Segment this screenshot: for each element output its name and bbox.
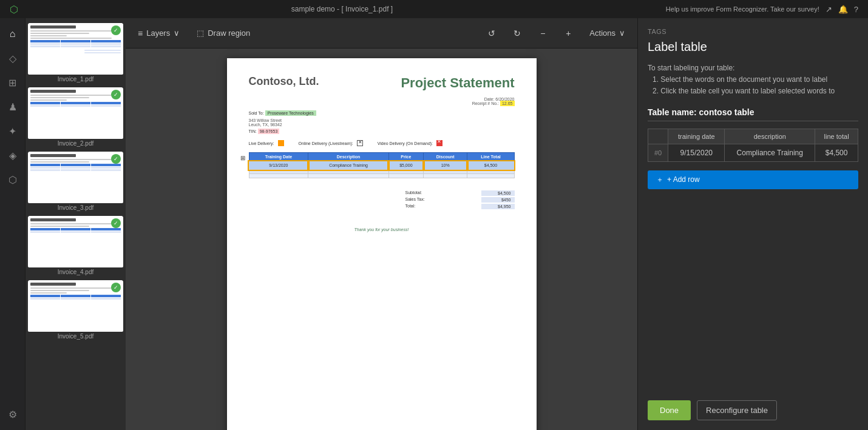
- table-name-label: Table name: contoso table: [648, 107, 858, 121]
- cell-price: $5,000: [388, 161, 423, 170]
- cell-description: Compliance Training: [308, 161, 388, 170]
- reconfigure-button[interactable]: Reconfigure table: [697, 400, 777, 420]
- add-row-button[interactable]: ＋ + Add row: [648, 170, 858, 189]
- label-table-title: Label table: [648, 40, 858, 54]
- grid-icon-btn[interactable]: ⊞: [2, 72, 24, 93]
- doc-canvas[interactable]: Contoso, Ltd. Project Statement Date: 6/…: [126, 49, 637, 430]
- rotate-right-button[interactable]: ↻: [508, 24, 526, 42]
- file-check-4: ✓: [111, 218, 121, 228]
- window-title: sample demo - [ Invoice_1.pdf ]: [18, 5, 666, 13]
- layers-label: Layers: [146, 29, 170, 38]
- file-check-5: ✓: [111, 283, 121, 292]
- file-thumb-2[interactable]: ✓ Invoice_2.pdf: [28, 87, 123, 148]
- file-check-1: ✓: [111, 25, 121, 35]
- sold-to-section: Sold To: Proseware Technologies 343 Will…: [249, 110, 515, 134]
- layers-icon: ≡: [138, 29, 143, 38]
- file-thumb-5[interactable]: ✓ Invoice_5.pdf: [28, 280, 123, 341]
- table-grid-icon: ⊞: [240, 155, 245, 161]
- external-link-icon[interactable]: ↗: [826, 5, 832, 14]
- table-row: [249, 170, 514, 174]
- cell-date: 9/13/2020: [249, 161, 308, 170]
- invoice-table: Training Date Description Price Discount…: [249, 152, 515, 178]
- zoom-in-button[interactable]: +: [559, 24, 577, 42]
- file-check-2: ✓: [111, 90, 121, 99]
- icon-sidebar: ⌂ ◇ ⊞ ♟ ✦ ◈ ⬡ ⚙: [0, 18, 25, 430]
- col-description-header: description: [725, 129, 815, 144]
- add-icon: ＋: [656, 175, 663, 185]
- rotate-left-button[interactable]: ↺: [483, 24, 501, 42]
- right-panel: Tags Label table To start labeling your …: [637, 18, 868, 430]
- file-panel: ✓ Invoice_1.pdf ✓ Invoice_2.pdf: [25, 18, 126, 430]
- home-icon-btn[interactable]: ⌂: [2, 23, 24, 45]
- doc-toolbar: ≡ Layers ∨ ⬚ Draw region ↺ ↻ − + Actions…: [126, 18, 637, 49]
- table-row: 9/13/2020 Compliance Training $5,000 10%…: [249, 161, 514, 170]
- online-delivery: Online Delivery (Livestream): ✕: [299, 140, 363, 146]
- person-icon-btn[interactable]: ♟: [2, 96, 24, 118]
- file-check-3: ✓: [111, 154, 121, 164]
- file-label-5: Invoice_5.pdf: [28, 332, 123, 341]
- delivery-row: Live Delivery: Online Delivery (Livestre…: [249, 140, 515, 146]
- col-price: Price: [388, 153, 423, 161]
- invoice-footer: Thank you for your business!: [249, 227, 515, 232]
- top-bar-right: Help us improve Form Recognizer. Take ou…: [666, 5, 858, 14]
- file-label-1: Invoice_1.pdf: [28, 75, 123, 84]
- company-name: Contoso, Ltd.: [249, 75, 319, 88]
- file-thumb-1[interactable]: ✓ Invoice_1.pdf: [28, 23, 123, 84]
- instructions: To start labeling your table: 1. Select …: [648, 62, 858, 98]
- lightbulb-icon-btn[interactable]: ✦: [2, 120, 24, 142]
- file-label-2: Invoice_2.pdf: [28, 139, 123, 148]
- label-table-row: #0 9/15/2020 Compliance Training $4,500: [648, 144, 858, 161]
- file-label-3: Invoice_3.pdf: [28, 203, 123, 212]
- file-thumb-4[interactable]: ✓ Invoice_4.pdf: [28, 216, 123, 277]
- draw-icon: ⬚: [197, 29, 204, 38]
- cell-discount: 10%: [424, 161, 467, 170]
- col-description: Description: [308, 153, 388, 161]
- invoice-document: Contoso, Ltd. Project Statement Date: 6/…: [227, 58, 537, 430]
- cell-description-label[interactable]: Compliance Training: [725, 144, 815, 161]
- row-num: #0: [648, 144, 668, 161]
- add-row-label: + Add row: [667, 175, 700, 184]
- tags-label: Tags: [648, 28, 858, 35]
- main-layout: ⌂ ◇ ⊞ ♟ ✦ ◈ ⬡ ⚙ ✓ Invoice_1.pdf: [0, 18, 868, 430]
- file-icon-btn[interactable]: ◈: [2, 144, 24, 166]
- cell-line-total: $4,500: [467, 161, 514, 170]
- address: 343 Willow Street Leuch, TX, 98342: [249, 118, 515, 127]
- actions-button[interactable]: Actions ∨: [585, 26, 630, 40]
- app-logo: ⬡: [10, 4, 18, 15]
- action-buttons: Done Reconfigure table: [648, 400, 858, 420]
- notification-icon[interactable]: 🔔: [838, 5, 848, 14]
- receipt-row: Receipt # No.: 12.65: [249, 101, 515, 106]
- subtotal-row: Subtotal: $4,500: [405, 190, 515, 196]
- table-row: [249, 174, 514, 178]
- col-training-date: Training Date: [249, 153, 308, 161]
- layers-chevron-icon: ∨: [174, 29, 180, 38]
- invoice-table-wrapper: ⊞ Training Date Description Price Discou…: [249, 152, 515, 178]
- connection-icon-btn[interactable]: ⬡: [2, 169, 24, 190]
- tag-icon-btn[interactable]: ◇: [2, 47, 24, 69]
- settings-icon-btn[interactable]: ⚙: [2, 403, 24, 425]
- cell-line-total-label[interactable]: $4,500: [815, 144, 858, 161]
- draw-region-label: Draw region: [208, 29, 250, 38]
- col-training-date-header: training date: [668, 129, 725, 144]
- video-delivery: Video Delivery (On Demand): ✕: [378, 140, 442, 146]
- invoice-meta: Date: 6/20/2020 Receipt # No.: 12.65: [249, 97, 515, 106]
- invoice-header: Contoso, Ltd. Project Statement: [249, 75, 515, 91]
- actions-chevron-icon: ∨: [619, 29, 625, 38]
- live-delivery: Live Delivery:: [249, 140, 284, 146]
- layers-button[interactable]: ≡ Layers ∨: [133, 26, 185, 41]
- draw-region-button[interactable]: ⬚ Draw region: [192, 26, 255, 40]
- tin-row: TIN: 98-97653: [249, 129, 515, 134]
- file-label-4: Invoice_4.pdf: [28, 267, 123, 277]
- col-discount: Discount: [424, 153, 467, 161]
- total-row: Total: $4,950: [405, 204, 515, 209]
- done-button[interactable]: Done: [648, 400, 691, 420]
- cell-training-date[interactable]: 9/15/2020: [668, 144, 725, 161]
- col-num: [648, 129, 668, 144]
- zoom-out-button[interactable]: −: [534, 24, 552, 42]
- help-icon[interactable]: ?: [854, 5, 858, 14]
- invoice-totals: Subtotal: $4,500 Sales Tax: $450 Total: …: [405, 190, 515, 209]
- actions-label: Actions: [589, 29, 615, 38]
- file-thumb-3[interactable]: ✓ Invoice_3.pdf: [28, 152, 123, 212]
- doc-area: ≡ Layers ∨ ⬚ Draw region ↺ ↻ − + Actions…: [126, 18, 637, 430]
- label-table: training date description line total #0 …: [648, 129, 858, 162]
